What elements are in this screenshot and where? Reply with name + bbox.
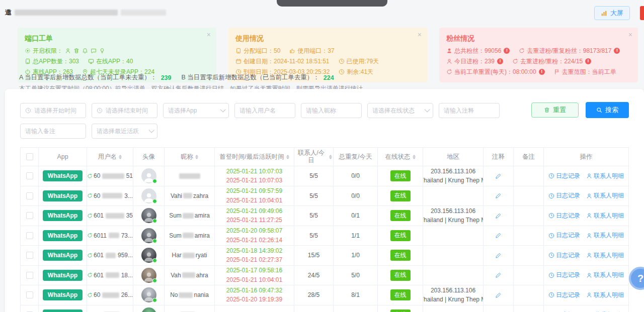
filter-recent-active-select[interactable]: 请选择最近活跃 <box>92 124 157 139</box>
contact-detail-link[interactable]: 联系人明细 <box>586 251 624 260</box>
first-login-time: 2025-01-20 09:58:07 <box>226 226 282 236</box>
sort-icon[interactable] <box>329 155 332 159</box>
col-first-last-time[interactable]: 首登时间/最后活跃时间 <box>215 148 294 166</box>
app-badge: WhatsApp <box>43 289 83 300</box>
row-checkbox[interactable] <box>26 232 33 239</box>
contact-detail-link[interactable]: 联系人明细 <box>586 271 624 279</box>
filter-username-input[interactable]: 请输入用户名 <box>234 103 295 118</box>
contact-detail-link[interactable]: 联系人明细 <box>586 231 624 240</box>
edit-annotation-icon[interactable] <box>495 252 502 259</box>
app-badge: WhatsApp <box>43 230 83 241</box>
big-screen-button[interactable]: 大屏 <box>594 6 630 20</box>
online-app-count: 在线APP：40 <box>96 56 133 67</box>
region-ip: 203.156.113.106 <box>431 206 475 216</box>
user-icon <box>586 233 592 239</box>
region-location: Thailand | Krung Thep M <box>423 216 484 225</box>
sync-icon <box>87 233 93 238</box>
col-contacts-today[interactable]: 联系人/今日 <box>294 148 334 166</box>
filter-app-select[interactable]: 请选择App <box>163 103 229 118</box>
online-dot <box>152 219 157 223</box>
user-icon <box>446 58 452 64</box>
edit-annotation-icon[interactable] <box>495 272 502 278</box>
sync-icon <box>87 173 93 179</box>
region-ip: 203.156.113.106 <box>431 286 475 295</box>
status-badge: 在线 <box>390 309 411 312</box>
contact-detail-link[interactable]: 联系人明细 <box>586 291 624 299</box>
status-badge: 在线 <box>390 170 411 181</box>
log-record-link[interactable]: 日志记录 <box>548 291 580 299</box>
filter-remark-input[interactable]: 请输入备注 <box>20 124 86 139</box>
first-login-time: 2025-01-15 20:25:59 <box>226 310 282 312</box>
log-record-link[interactable]: 日志记录 <box>548 271 580 279</box>
dedupe-icon <box>519 48 525 54</box>
filter-end-time[interactable]: 请选择结束时间 <box>92 103 157 118</box>
region-cell: 203.156.113.106Thailand | Krung Thep M <box>423 166 484 186</box>
log-record-link[interactable]: 日志记录 <box>548 191 580 200</box>
sync-icon <box>87 213 93 219</box>
avatar <box>141 208 156 223</box>
edit-annotation-icon[interactable] <box>495 173 502 179</box>
app-badge: WhatsApp <box>43 309 83 312</box>
clock-icon <box>548 252 554 258</box>
contact-detail-link[interactable]: 联系人明细 <box>586 172 624 180</box>
summary-b-value: 224 <box>324 74 334 81</box>
redacted-username <box>109 233 119 238</box>
close-icon[interactable]: × <box>628 31 632 38</box>
close-icon[interactable]: × <box>207 31 211 38</box>
reset-button[interactable]: 重置 <box>531 102 579 118</box>
sort-icon[interactable] <box>286 155 289 159</box>
username-cell: 6026... <box>87 285 133 305</box>
edit-annotation-icon[interactable] <box>495 292 502 298</box>
col-online-status[interactable]: 在线状态 <box>378 148 423 166</box>
filter-bar: 请选择开始时间 请选择结束时间 请选择App 请输入用户名 请输入昵称 请选择在… <box>5 89 644 139</box>
edge-red-widget[interactable] <box>640 6 644 20</box>
edit-annotation-icon[interactable] <box>495 192 502 199</box>
log-record-link[interactable]: 日志记录 <box>548 172 580 180</box>
sort-icon[interactable] <box>413 155 416 159</box>
col-remark: 备注 <box>514 148 544 166</box>
filter-start-time[interactable]: 请选择开始时间 <box>20 103 86 118</box>
table-row: WhatsApp 6051 2025-01-21 10:07:032025-01… <box>21 166 629 186</box>
select-all-checkbox[interactable] <box>26 153 33 160</box>
row-checkbox[interactable] <box>26 252 33 259</box>
sort-icon[interactable] <box>119 155 122 159</box>
search-button[interactable]: 搜索 <box>586 102 629 118</box>
today-dedupe-fans: 去重进粉/重粉：224/15 <box>520 56 583 67</box>
col-username[interactable]: 用户名 <box>87 148 133 166</box>
summary-a-value: 239 <box>161 74 172 81</box>
used-ports: 使用端口：37 <box>297 46 334 56</box>
filter-annotation-input[interactable]: 请输入注释 <box>439 103 500 118</box>
contact-detail-link[interactable]: 联系人明细 <box>586 191 624 200</box>
repeat-today-cell: 1/0 <box>334 246 378 265</box>
clock-icon <box>548 213 554 219</box>
row-checkbox[interactable] <box>26 272 33 279</box>
status-badge: 在线 <box>390 289 411 300</box>
chat-permission-icon <box>91 48 97 54</box>
online-dot <box>152 179 157 183</box>
row-checkbox[interactable] <box>26 192 33 199</box>
contact-detail-link[interactable]: 联系人明细 <box>586 212 624 220</box>
clock-icon <box>548 272 554 278</box>
table-row: WhatsApp 60135 Sumamira 2025-01-21 09:49… <box>21 205 629 226</box>
log-record-link[interactable]: 日志记录 <box>548 212 580 220</box>
time-cell: 2025-01-21 09:49:062025-01-21 11:27:25 <box>215 206 294 226</box>
row-checkbox[interactable] <box>26 172 33 179</box>
select-all-cell <box>21 148 39 166</box>
edit-annotation-icon[interactable] <box>495 232 502 239</box>
table-row: WhatsApp 6026... Nonania 2025-01-16 09:4… <box>21 285 629 305</box>
close-icon[interactable]: × <box>418 31 422 38</box>
col-nickname[interactable]: 昵称 <box>165 148 215 166</box>
sort-icon[interactable] <box>195 155 198 159</box>
row-checkbox[interactable] <box>26 212 33 219</box>
actions-cell: 日志记录 联系人明细 <box>544 246 629 265</box>
log-record-link[interactable]: 日志记录 <box>548 231 580 240</box>
filter-online-status-select[interactable]: 请选择在线状态 <box>367 103 433 118</box>
avatar <box>141 268 156 283</box>
clock-icon <box>548 233 554 239</box>
first-login-time: 2025-01-17 09:58:16 <box>226 266 282 275</box>
filter-nickname-input[interactable]: 请输入昵称 <box>301 103 362 118</box>
log-record-link[interactable]: 日志记录 <box>548 251 580 260</box>
edit-annotation-icon[interactable] <box>495 213 502 219</box>
row-checkbox[interactable] <box>26 291 33 298</box>
chevron-down-icon <box>148 127 154 133</box>
